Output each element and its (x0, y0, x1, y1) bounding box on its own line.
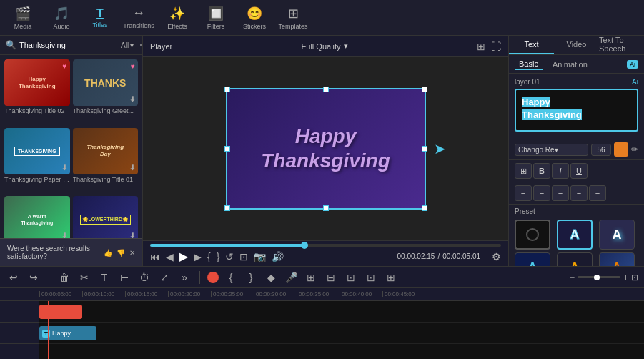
loop-button[interactable]: ↺ (225, 251, 234, 262)
fit-timeline-button[interactable]: ⊡ (631, 272, 638, 282)
handle-top-center[interactable] (323, 87, 329, 92)
grid-icon[interactable]: ⊞ (477, 41, 485, 52)
font-controls: Chango Re▾ 56 ✏ (509, 139, 644, 160)
extra1-button[interactable]: ⊞ (303, 270, 319, 285)
underline-button[interactable]: U (570, 163, 588, 179)
zoom-in-button[interactable]: + (623, 272, 628, 282)
list-item[interactable]: ThanksgivingDay ⬇ Thanksgiving Title 01 (73, 128, 139, 194)
toolbar-transitions[interactable]: ↔ Transitions (122, 2, 156, 34)
font-size[interactable]: 56 (591, 144, 611, 156)
cut-button[interactable]: ✂ (76, 270, 92, 285)
settings-button[interactable]: ⚙ (492, 251, 501, 262)
handle-bottom-right[interactable] (422, 205, 427, 211)
speed-button[interactable]: ⏱ (137, 270, 152, 285)
bold-button[interactable]: B (533, 163, 550, 179)
handle-middle-right[interactable] (422, 146, 427, 152)
preset-blue[interactable]: A (515, 252, 550, 266)
skip-back-button[interactable]: ⏮ (150, 251, 160, 262)
quality-select[interactable]: Full Quality ▾ (302, 41, 348, 51)
align-right-button[interactable]: ≡ (552, 185, 569, 201)
toolbar-templates[interactable]: ⊞ Templates (276, 2, 310, 34)
extra4-button[interactable]: ⊡ (363, 270, 379, 285)
text-preview-box[interactable]: Happy Thanksgiving (515, 89, 638, 132)
list-item[interactable]: THANKSGIVING ⬇ Thanksgiving Paper C... (4, 128, 70, 194)
ruler-mark: 00:00:15:00 (125, 291, 168, 297)
search-input[interactable] (19, 41, 118, 49)
ruler-mark: 00:00:25:00 (211, 291, 254, 297)
volume-button[interactable]: 🔊 (272, 251, 284, 262)
align-center-button[interactable]: ≡ (533, 185, 550, 201)
audio-clip[interactable] (39, 305, 82, 319)
layer-ai-icon: Ai (632, 78, 638, 86)
keyframe-button[interactable]: ◆ (263, 270, 279, 285)
time-current: 00:00:02:15 (397, 252, 435, 260)
zoom-slider[interactable] (578, 276, 620, 278)
thumbs-down-icon[interactable]: 👎 (117, 249, 125, 257)
toolbar-stickers[interactable]: 😊 Stickers (237, 2, 272, 34)
delete-button[interactable]: 🗑 (56, 270, 72, 285)
list-item[interactable]: ♥ HappyThanksgiving Thanksgiving Title 0… (4, 59, 70, 125)
progress-fill (150, 244, 304, 247)
toolbar-effects[interactable]: ✨ Effects (160, 2, 194, 34)
handle-top-right[interactable] (422, 87, 427, 92)
transform-button[interactable]: ⤢ (157, 270, 172, 285)
preset-gradient[interactable]: A (599, 252, 635, 266)
handle-top-left[interactable] (224, 87, 230, 92)
extra5-button[interactable]: ⊞ (383, 270, 399, 285)
preset-shadow[interactable]: A (599, 220, 635, 250)
columns-button[interactable]: ⊞ (515, 163, 532, 179)
mark-out-button[interactable]: } (243, 270, 259, 285)
close-satisfaction-button[interactable]: ✕ (129, 249, 135, 257)
frame-forward-button[interactable]: ▶ (194, 251, 202, 262)
more-button[interactable]: » (177, 270, 192, 285)
fit-button[interactable]: ⊡ (239, 251, 248, 262)
toolbar-separator2 (199, 271, 200, 284)
align-justify-button[interactable]: ≡ (570, 185, 588, 201)
thumbs-up-icon[interactable]: 👍 (104, 249, 112, 257)
italic-button[interactable]: I (552, 163, 569, 179)
split-button[interactable]: ⊢ (117, 270, 132, 285)
toolbar-filters[interactable]: 🔲 Filters (199, 2, 233, 34)
color-swatch[interactable] (614, 142, 628, 157)
zoom-out-button[interactable]: − (570, 272, 575, 282)
align-top-button[interactable]: ≡ (589, 185, 606, 201)
fullscreen-icon[interactable]: ⛶ (491, 41, 501, 52)
extra2-button[interactable]: ⊟ (323, 270, 339, 285)
extra3-button[interactable]: ⊡ (343, 270, 359, 285)
tab-text[interactable]: Text (509, 36, 554, 54)
frame-back-button[interactable]: ◀ (166, 251, 174, 262)
redo-button[interactable]: ↪ (26, 270, 41, 285)
ai-badge: Ai (627, 60, 638, 69)
preset-none[interactable] (515, 220, 550, 250)
align-left-button[interactable]: ≡ (515, 185, 532, 201)
search-filter[interactable]: All ▾ (121, 41, 134, 49)
list-item[interactable]: ♥ THANKS ⬇ Thanksgiving Greet... (73, 59, 139, 125)
undo-button[interactable]: ↩ (6, 270, 21, 285)
toolbar-audio[interactable]: 🎵 Audio (44, 2, 79, 34)
toolbar-media[interactable]: 🎬 Media (6, 2, 40, 34)
subtab-basic[interactable]: Basic (515, 58, 543, 70)
text-tool-button[interactable]: T (96, 270, 112, 285)
handle-bottom-center[interactable] (323, 205, 329, 211)
play-button[interactable]: ▶ (179, 250, 188, 263)
record-button[interactable] (207, 272, 219, 283)
ruler-marks: 00:00:05:00 00:00:10:00 00:00:15:00 00:0… (39, 291, 425, 297)
eyedropper-icon[interactable]: ✏ (631, 144, 638, 154)
toolbar-titles[interactable]: T Titles (83, 2, 117, 34)
main-content: 🔍 All ▾ ⋯ ♥ HappyThanksgiving Thanksgivi… (0, 36, 644, 266)
handle-middle-left[interactable] (224, 146, 230, 152)
out-point-button[interactable]: } (217, 251, 220, 262)
audio-button[interactable]: 🎤 (283, 270, 299, 285)
snapshot-button[interactable]: 📷 (254, 251, 266, 262)
tab-text-to-speech[interactable]: Text To Speech (599, 36, 644, 54)
tab-video[interactable]: Video (554, 36, 599, 54)
in-point-button[interactable]: { (207, 251, 211, 262)
font-name[interactable]: Chango Re▾ (515, 144, 588, 156)
subtab-animation[interactable]: Animation (548, 59, 592, 70)
handle-bottom-left[interactable] (224, 205, 230, 211)
preset-gold[interactable]: A (557, 252, 593, 266)
preset-outline[interactable]: A (557, 220, 593, 250)
progress-bar[interactable] (150, 244, 501, 247)
mark-in-button[interactable]: { (223, 270, 239, 285)
time-separator: / (437, 252, 440, 260)
